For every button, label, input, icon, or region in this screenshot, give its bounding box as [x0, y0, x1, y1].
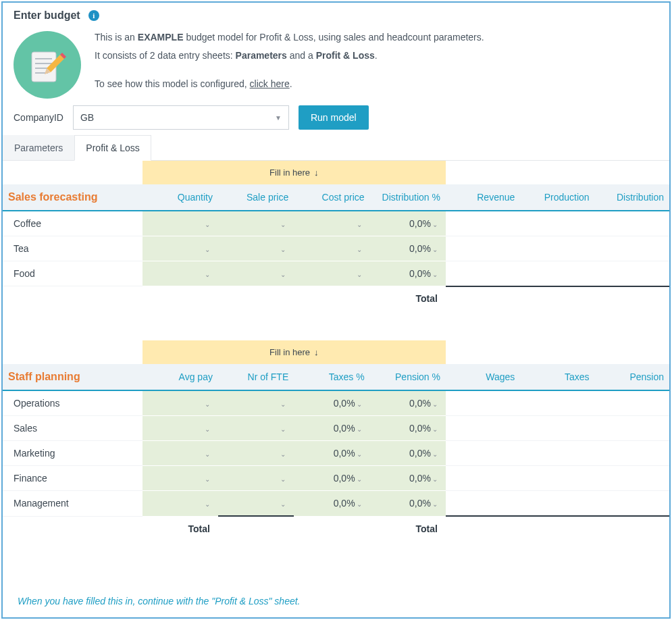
- col-production: Production: [520, 184, 594, 211]
- cell-cost-price[interactable]: ⌄: [294, 211, 369, 236]
- staff-total-label-left: Total: [143, 516, 218, 541]
- chevron-down-icon: ⌄: [432, 475, 438, 483]
- chevron-down-icon: ▼: [275, 114, 282, 122]
- col-taxes: Taxes: [520, 364, 594, 390]
- cell-cost-price[interactable]: ⌄: [294, 261, 369, 286]
- staff-total-label-right: Total: [370, 516, 446, 541]
- cell-nr-fte[interactable]: ⌄: [218, 390, 294, 416]
- col-distribution: Distribution: [595, 184, 669, 211]
- chevron-down-icon: ⌄: [432, 246, 438, 253]
- chevron-down-icon: ⌄: [357, 450, 362, 458]
- chevron-down-icon: ⌄: [357, 271, 362, 278]
- tab-profit-loss[interactable]: Profit & Loss: [74, 135, 151, 161]
- cell-dist-pct[interactable]: 0,0%⌄: [370, 261, 446, 286]
- chevron-down-icon: ⌄: [205, 401, 210, 408]
- chevron-down-icon: ⌄: [205, 450, 210, 458]
- cell-avg-pay[interactable]: ⌄: [143, 466, 218, 491]
- chevron-down-icon: ⌄: [357, 425, 362, 433]
- cell-avg-pay[interactable]: ⌄: [143, 441, 218, 466]
- intro-text-frag: and a: [287, 50, 316, 61]
- cell-avg-pay[interactable]: ⌄: [143, 491, 218, 517]
- intro-text-frag: .: [290, 78, 292, 89]
- intro-text-frag: To see how this model is configured,: [95, 78, 250, 89]
- cell-quantity[interactable]: ⌄: [143, 211, 218, 236]
- cell-nr-fte[interactable]: ⌄: [218, 466, 294, 491]
- intro-text-frag: budget model for Profit & Loss, using sa…: [184, 32, 484, 43]
- footer-note: When you have filled this in, continue w…: [3, 581, 301, 613]
- arrow-down-icon: ↓: [314, 347, 319, 357]
- col-sale-price: Sale price: [218, 184, 294, 211]
- cell-taxes-pct[interactable]: 0,0%⌄: [294, 491, 369, 517]
- chevron-down-icon: ⌄: [205, 475, 210, 483]
- cell-sale-price[interactable]: ⌄: [218, 236, 294, 261]
- row-label: Food: [3, 261, 143, 286]
- chevron-down-icon: ⌄: [205, 271, 210, 278]
- col-cost-price: Cost price: [294, 184, 369, 211]
- cell-sale-price[interactable]: ⌄: [218, 211, 294, 236]
- cell-taxes-pct[interactable]: 0,0%⌄: [294, 416, 369, 441]
- company-id-select[interactable]: GB ▼: [73, 105, 289, 130]
- intro-text-frag: This is an: [95, 32, 138, 43]
- intro-text-bold: Profit & Loss: [316, 50, 375, 61]
- col-avg-pay: Avg pay: [143, 364, 218, 390]
- cell-avg-pay[interactable]: ⌄: [143, 416, 218, 441]
- chevron-down-icon: ⌄: [357, 221, 362, 228]
- chevron-down-icon: ⌄: [280, 401, 286, 408]
- cell-nr-fte[interactable]: ⌄: [218, 491, 294, 517]
- col-pension: Pension: [595, 364, 669, 390]
- staff-row: Marketing ⌄ ⌄ 0,0%⌄ 0,0%⌄: [3, 441, 669, 466]
- cell-dist-pct[interactable]: 0,0%⌄: [370, 211, 446, 236]
- chevron-down-icon: ⌄: [280, 425, 286, 433]
- chevron-down-icon: ⌄: [280, 271, 286, 278]
- cell-sale-price[interactable]: ⌄: [218, 261, 294, 286]
- row-label: Sales: [3, 416, 143, 441]
- chevron-down-icon: ⌄: [280, 450, 286, 458]
- cell-quantity[interactable]: ⌄: [143, 261, 218, 286]
- row-label: Tea: [3, 236, 143, 261]
- fill-hint-sales: Fill in here↓: [143, 161, 446, 184]
- company-id-label: CompanyID: [14, 112, 63, 123]
- row-label: Operations: [3, 390, 143, 416]
- intro-text-frag: .: [375, 50, 378, 61]
- staff-row: Management ⌄ ⌄ 0,0%⌄ 0,0%⌄: [3, 491, 669, 517]
- cell-nr-fte[interactable]: ⌄: [218, 441, 294, 466]
- col-distribution-pct: Distribution %: [370, 184, 446, 211]
- cell-pension-pct[interactable]: 0,0%⌄: [370, 466, 446, 491]
- chevron-down-icon: ⌄: [280, 500, 286, 508]
- intro-text-frag: It consists of 2 data entry sheets:: [95, 50, 236, 61]
- chevron-down-icon: ⌄: [357, 475, 362, 483]
- chevron-down-icon: ⌄: [205, 246, 210, 253]
- chevron-down-icon: ⌄: [432, 401, 438, 408]
- col-nr-fte: Nr of FTE: [218, 364, 294, 390]
- tab-parameters[interactable]: Parameters: [3, 135, 74, 160]
- cell-pension-pct[interactable]: 0,0%⌄: [370, 441, 446, 466]
- info-icon[interactable]: i: [88, 10, 99, 21]
- col-quantity: Quantity: [143, 184, 218, 211]
- sales-row: Tea ⌄ ⌄ ⌄ 0,0%⌄: [3, 236, 669, 261]
- cell-dist-pct[interactable]: 0,0%⌄: [370, 236, 446, 261]
- cell-quantity[interactable]: ⌄: [143, 236, 218, 261]
- sales-row: Coffee ⌄ ⌄ ⌄ 0,0%⌄: [3, 211, 669, 236]
- cell-avg-pay[interactable]: ⌄: [143, 390, 218, 416]
- cell-pension-pct[interactable]: 0,0%⌄: [370, 416, 446, 441]
- cell-cost-price[interactable]: ⌄: [294, 236, 369, 261]
- cell-pension-pct[interactable]: 0,0%⌄: [370, 390, 446, 416]
- cell-pension-pct[interactable]: 0,0%⌄: [370, 491, 446, 517]
- cell-taxes-pct[interactable]: 0,0%⌄: [294, 466, 369, 491]
- chevron-down-icon: ⌄: [205, 500, 210, 508]
- chevron-down-icon: ⌄: [280, 246, 286, 253]
- arrow-down-icon: ↓: [314, 167, 319, 178]
- col-taxes-pct: Taxes %: [294, 364, 369, 390]
- fill-hint-staff: Fill in here↓: [143, 340, 446, 364]
- chevron-down-icon: ⌄: [205, 425, 210, 433]
- cell-taxes-pct[interactable]: 0,0%⌄: [294, 390, 369, 416]
- chevron-down-icon: ⌄: [432, 271, 438, 278]
- chevron-down-icon: ⌄: [432, 221, 438, 228]
- intro-text: This is an EXAMPLE budget model for Prof…: [95, 28, 484, 93]
- cell-nr-fte[interactable]: ⌄: [218, 416, 294, 441]
- col-pension-pct: Pension %: [370, 364, 446, 390]
- cell-taxes-pct[interactable]: 0,0%⌄: [294, 441, 369, 466]
- run-model-button[interactable]: Run model: [299, 105, 369, 130]
- row-label: Management: [3, 491, 143, 517]
- config-link[interactable]: click here: [250, 78, 290, 89]
